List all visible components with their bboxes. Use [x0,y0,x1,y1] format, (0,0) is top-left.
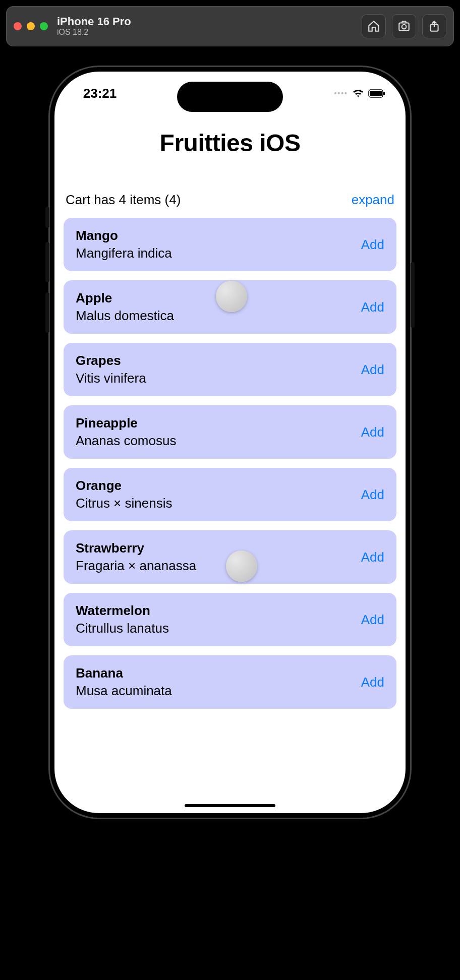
app-content: Fruitties iOS Cart has 4 items (4) expan… [54,117,406,813]
fruit-info: StrawberryFragaria × ananassa [76,540,361,574]
side-button [45,242,49,282]
expand-button[interactable]: expand [352,192,394,208]
fruit-card: WatermelonCitrullus lanatusAdd [64,593,396,646]
fruit-card: BananaMusa acuminataAdd [64,655,396,709]
zoom-button[interactable] [40,22,48,30]
fruit-name: Orange [76,478,361,494]
fruit-scientific-name: Mangifera indica [76,246,361,261]
svg-rect-4 [370,91,382,96]
minimize-button[interactable] [27,22,35,30]
fruit-info: GrapesVitis vinifera [76,353,361,386]
fruit-scientific-name: Malus domestica [76,308,361,324]
home-indicator[interactable] [185,804,275,807]
fruit-info: WatermelonCitrullus lanatus [76,603,361,636]
fruit-scientific-name: Ananas comosus [76,433,361,449]
add-button[interactable]: Add [361,299,384,315]
fruit-name: Mango [76,228,361,243]
phone-frame: 23:21 •••• Fruitties iOS Cart has 4 item… [48,66,412,819]
home-icon [367,20,380,33]
battery-icon [368,89,385,98]
status-time: 23:21 [75,86,125,101]
window-controls [14,22,48,30]
cart-summary-row: Cart has 4 items (4) expand [64,192,396,208]
fruit-card: GrapesVitis viniferaAdd [64,343,396,396]
home-button[interactable] [362,14,386,38]
side-button [45,292,49,333]
add-button[interactable]: Add [361,675,384,690]
svg-rect-5 [383,92,385,95]
fruit-info: MangoMangifera indica [76,228,361,261]
screenshot-icon [397,20,411,33]
svg-point-1 [402,25,407,29]
simulator-titlebar: iPhone 16 Pro iOS 18.2 [6,6,454,46]
fruit-scientific-name: Musa acuminata [76,683,361,699]
cursor-indicator [226,550,257,582]
fruit-name: Pineapple [76,415,361,431]
share-icon [428,20,441,33]
add-button[interactable]: Add [361,362,384,378]
add-button[interactable]: Add [361,487,384,503]
fruit-card: PineappleAnanas comosusAdd [64,405,396,459]
fruit-name: Banana [76,665,361,681]
fruit-info: OrangeCitrus × sinensis [76,478,361,511]
device-label: iPhone 16 Pro [57,16,131,28]
fruit-scientific-name: Citrus × sinensis [76,496,361,511]
dynamic-island [177,82,283,112]
cellular-icon: •••• [334,89,348,97]
cart-summary-text: Cart has 4 items (4) [66,192,181,208]
add-button[interactable]: Add [361,237,384,253]
add-button[interactable]: Add [361,424,384,440]
wifi-icon [352,88,364,98]
side-button [45,207,49,228]
fruit-info: PineappleAnanas comosus [76,415,361,449]
fruit-info: BananaMusa acuminata [76,665,361,699]
side-button [411,262,415,328]
add-button[interactable]: Add [361,612,384,628]
screenshot-button[interactable] [392,14,416,38]
fruit-name: Watermelon [76,603,361,619]
fruit-name: Strawberry [76,540,361,556]
fruit-scientific-name: Fragaria × ananassa [76,558,361,574]
fruit-card: OrangeCitrus × sinensisAdd [64,468,396,521]
add-button[interactable]: Add [361,549,384,565]
phone-screen: 23:21 •••• Fruitties iOS Cart has 4 item… [54,72,406,813]
fruit-card: MangoMangifera indicaAdd [64,218,396,271]
cursor-indicator [216,281,247,312]
fruit-scientific-name: Citrullus lanatus [76,621,361,636]
fruit-scientific-name: Vitis vinifera [76,371,361,386]
os-label: iOS 18.2 [57,28,131,37]
close-button[interactable] [14,22,22,30]
titlebar-text: iPhone 16 Pro iOS 18.2 [57,16,131,37]
share-button[interactable] [422,14,446,38]
page-title: Fruitties iOS [64,129,396,157]
fruit-name: Grapes [76,353,361,369]
